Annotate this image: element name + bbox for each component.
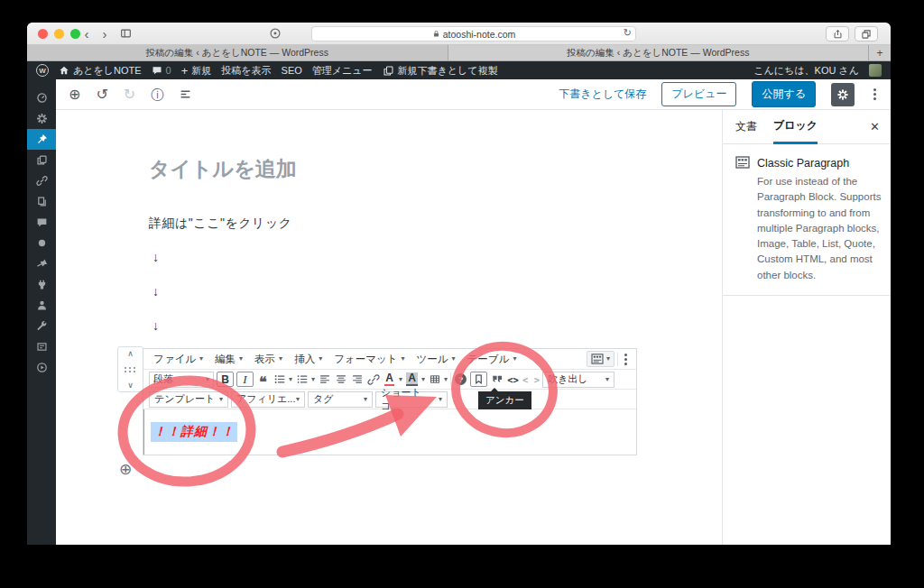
- admin-bar-admin-menu[interactable]: 管理メニュー: [312, 64, 373, 78]
- sidebar-toggle-icon[interactable]: [119, 27, 133, 40]
- publish-button[interactable]: 公開する: [752, 81, 816, 107]
- admin-bar-site[interactable]: あとをしNOTE: [59, 64, 142, 78]
- close-window-button[interactable]: [38, 29, 48, 39]
- user-avatar[interactable]: [869, 64, 882, 77]
- align-left-button[interactable]: [318, 372, 331, 387]
- add-block-button[interactable]: ⊕: [69, 87, 80, 102]
- address-bar[interactable]: atooshi-note.com ↻: [311, 26, 636, 41]
- admin-bar-view-post[interactable]: 投稿を表示: [221, 64, 271, 78]
- drag-handle[interactable]: [125, 367, 136, 372]
- classic-paragraph-block: ファイル▾ 編集▾ 表示▾ 挿入▾ フォーマット▾ ツール▾ テーブル▾: [143, 348, 637, 455]
- duplicate-format-button[interactable]: [490, 372, 504, 387]
- share-button[interactable]: [826, 26, 849, 41]
- template-dropdown[interactable]: テンプレート▾: [149, 391, 228, 408]
- numbered-list-button[interactable]: [295, 372, 309, 387]
- table-button[interactable]: [428, 372, 441, 387]
- browser-tab-1[interactable]: 投稿の編集 ‹ あとをしNOTE — WordPress: [27, 45, 448, 60]
- block-switcher-button[interactable]: ▾: [587, 351, 614, 367]
- more-options-button[interactable]: [870, 88, 880, 100]
- settings-toggle-button[interactable]: [831, 83, 855, 106]
- menu-view[interactable]: 表示▾: [250, 353, 287, 366]
- tabs-overview-button[interactable]: [855, 26, 878, 41]
- sidebar-item-settings-gear[interactable]: [27, 108, 56, 129]
- sidebar-item-users[interactable]: [27, 295, 56, 316]
- forward-button[interactable]: ›: [96, 24, 114, 42]
- safari-toolbar: ‹ › atooshi-note.com ↻: [27, 23, 891, 45]
- redo-button[interactable]: ↻: [124, 87, 135, 102]
- sidebar-item-comments[interactable]: [27, 212, 56, 233]
- highlighted-selection[interactable]: ！！詳細！！: [151, 422, 237, 442]
- block-mover: ∧ ∨: [117, 346, 143, 392]
- code-alt-button[interactable]: < >: [522, 372, 540, 387]
- tab-block[interactable]: ブロック: [773, 110, 818, 144]
- preview-button[interactable]: プレビュー: [661, 82, 736, 106]
- extension-icon[interactable]: [269, 27, 282, 40]
- sidebar-item-appearance-pin[interactable]: [27, 253, 56, 274]
- shortcode-dropdown[interactable]: ショートコ...▾: [375, 391, 448, 408]
- bullet-list-button[interactable]: [273, 372, 286, 387]
- anchor-button[interactable]: [470, 372, 487, 387]
- admin-bar-duplicate[interactable]: 新規下書きとして複製: [383, 64, 498, 78]
- new-tab-button[interactable]: +: [869, 45, 891, 60]
- menu-edit[interactable]: 編集▾: [210, 353, 247, 366]
- blockquote-button[interactable]: ❝: [256, 372, 270, 387]
- sidebar-item-posts[interactable]: [27, 129, 56, 150]
- gear-icon: [836, 88, 849, 101]
- paragraph-arrow[interactable]: ↓: [152, 318, 159, 333]
- tab-document[interactable]: 文書: [735, 110, 757, 143]
- admin-bar-new[interactable]: + 新規: [181, 64, 212, 78]
- speech-bubble-select[interactable]: 吹き出し▾: [542, 372, 614, 388]
- text-color-button[interactable]: A: [383, 372, 396, 387]
- align-right-button[interactable]: [350, 372, 364, 387]
- undo-button[interactable]: ↺: [96, 87, 107, 102]
- help-button[interactable]: ?: [454, 372, 467, 387]
- paragraph-format-select[interactable]: 段落▾: [149, 372, 214, 388]
- comment-icon: [152, 65, 162, 76]
- back-button[interactable]: ‹: [78, 24, 96, 42]
- paragraph-arrow[interactable]: ↓: [152, 250, 159, 264]
- sidebar-item-settings-panel[interactable]: [27, 336, 56, 357]
- background-color-button[interactable]: A: [405, 372, 419, 387]
- link-button[interactable]: [366, 372, 380, 387]
- menu-format[interactable]: フォーマット▾: [329, 353, 409, 366]
- minimize-window-button[interactable]: [54, 29, 64, 39]
- wordpress-logo-icon[interactable]: W: [36, 64, 49, 77]
- save-draft-button[interactable]: 下書きとして保存: [559, 87, 646, 102]
- menu-table[interactable]: テーブル▾: [463, 353, 522, 366]
- classic-block-content[interactable]: ！！詳細！！: [143, 409, 636, 455]
- affiliate-dropdown[interactable]: アフィリエ...▾: [231, 391, 305, 408]
- code-button[interactable]: <>: [506, 372, 520, 387]
- sidebar-item-plugins[interactable]: [27, 274, 56, 295]
- url-text: atooshi-note.com: [443, 29, 516, 40]
- block-navigation-button[interactable]: [179, 88, 192, 100]
- sidebar-item-video[interactable]: [27, 357, 56, 378]
- editor-canvas: タイトルを追加 詳細は"ここ"をクリック ↓ ↓ ↓ ∧ ∨: [56, 110, 722, 545]
- admin-bar-comments[interactable]: 0: [152, 65, 171, 76]
- browser-tab-2[interactable]: 投稿の編集 ‹ あとをしNOTE — WordPress: [448, 45, 870, 60]
- sidebar-item-pages[interactable]: [27, 191, 56, 212]
- admin-bar-greeting[interactable]: こんにちは、KOU さん: [753, 64, 859, 78]
- move-down-button[interactable]: ∨: [127, 381, 134, 390]
- menu-insert[interactable]: 挿入▾: [290, 353, 327, 366]
- sidebar-item-duplicate[interactable]: [27, 150, 56, 170]
- admin-bar-seo[interactable]: SEO: [282, 65, 302, 76]
- post-title-placeholder[interactable]: タイトルを追加: [149, 155, 297, 183]
- sidebar-item-tools[interactable]: [27, 316, 56, 336]
- bold-button[interactable]: B: [217, 372, 234, 387]
- paragraph-block[interactable]: 詳細は"ここ"をクリック: [149, 216, 292, 232]
- sidebar-item-links[interactable]: [27, 170, 56, 191]
- menu-file[interactable]: ファイル▾: [149, 353, 208, 366]
- tag-dropdown[interactable]: タグ▾: [308, 391, 373, 408]
- content-info-button[interactable]: ⓘ: [151, 88, 163, 101]
- move-up-button[interactable]: ∧: [127, 349, 134, 358]
- block-more-options-button[interactable]: [621, 354, 631, 365]
- align-center-button[interactable]: [334, 372, 347, 387]
- sidebar-item-dashboard[interactable]: [27, 87, 56, 108]
- italic-button[interactable]: I: [236, 372, 254, 387]
- append-block-button[interactable]: ⊕: [119, 460, 132, 479]
- close-sidebar-button[interactable]: ✕: [870, 110, 880, 143]
- menu-tools[interactable]: ツール▾: [412, 353, 460, 366]
- sidebar-item-plugin-dot[interactable]: [27, 233, 56, 253]
- reload-button[interactable]: ↻: [624, 27, 632, 39]
- paragraph-arrow[interactable]: ↓: [152, 284, 159, 299]
